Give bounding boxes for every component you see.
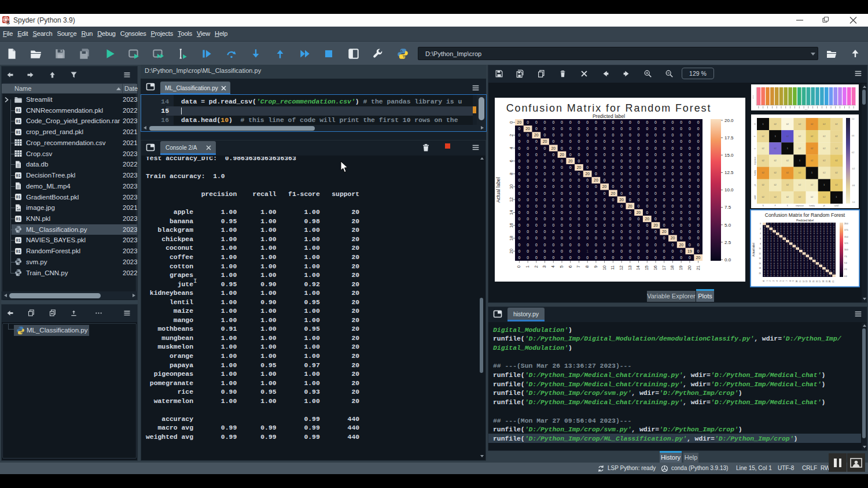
svg-text:0.0: 0.0 bbox=[724, 257, 731, 263]
svg-text:0.2: 0.2 bbox=[762, 160, 764, 162]
svg-text:-0.2: -0.2 bbox=[852, 168, 855, 170]
svg-text:0.2: 0.2 bbox=[786, 135, 789, 138]
svg-text:7.5: 7.5 bbox=[844, 256, 847, 258]
svg-text:0.2: 0.2 bbox=[774, 184, 777, 186]
svg-text:19: 19 bbox=[687, 249, 692, 253]
svg-text:0.2: 0.2 bbox=[774, 123, 777, 125]
svg-text:10.0: 10.0 bbox=[724, 187, 734, 193]
svg-text:0.2: 0.2 bbox=[823, 160, 825, 162]
svg-text:7.5: 7.5 bbox=[724, 205, 731, 210]
svg-text:K: K bbox=[754, 148, 756, 149]
svg-text:0.2: 0.2 bbox=[786, 196, 789, 198]
svg-text:21: 21 bbox=[696, 265, 701, 270]
svg-text:1: 1 bbox=[766, 280, 768, 282]
svg-text:0.6: 0.6 bbox=[852, 135, 855, 137]
svg-text:18: 18 bbox=[670, 265, 675, 270]
svg-text:K: K bbox=[787, 205, 788, 207]
svg-text:01: 01 bbox=[16, 250, 21, 254]
svg-text:20: 20 bbox=[829, 280, 831, 283]
svg-text:0.2: 0.2 bbox=[762, 172, 764, 174]
svg-text:000000000000000000000: 000000000000000000000 bbox=[764, 275, 832, 277]
svg-text:0: 0 bbox=[763, 280, 765, 282]
svg-text:Confusion Matrix for Random Fo: Confusion Matrix for Random Forest bbox=[506, 102, 712, 114]
svg-text:5.0: 5.0 bbox=[844, 262, 847, 264]
svg-text:12: 12 bbox=[619, 265, 624, 270]
svg-text:rainfall: rainfall bbox=[834, 205, 839, 207]
svg-text:2.5: 2.5 bbox=[844, 268, 847, 271]
svg-text:20: 20 bbox=[517, 120, 522, 124]
svg-text:Actual label: Actual label bbox=[752, 243, 755, 256]
svg-text:19: 19 bbox=[826, 280, 828, 283]
svg-text:15: 15 bbox=[644, 265, 649, 270]
svg-text:0: 0 bbox=[516, 265, 521, 268]
svg-text:0.2: 0.2 bbox=[786, 123, 789, 125]
svg-text:20: 20 bbox=[585, 172, 590, 176]
svg-text:15.0: 15.0 bbox=[844, 236, 848, 238]
svg-text:18: 18 bbox=[822, 280, 825, 283]
svg-text:0.2: 0.2 bbox=[774, 160, 777, 162]
svg-text:P: P bbox=[775, 205, 776, 207]
svg-text:N: N bbox=[763, 205, 764, 207]
svg-text:-1.0: -1.0 bbox=[852, 201, 855, 204]
svg-text:temperature: temperature bbox=[754, 156, 756, 165]
svg-text:5: 5 bbox=[779, 280, 782, 282]
svg-text:20.0: 20.0 bbox=[724, 118, 734, 123]
svg-text:0.2: 0.2 bbox=[762, 184, 764, 186]
svg-text:0.2: 0.2 bbox=[774, 196, 777, 198]
svg-text:11: 11 bbox=[610, 265, 615, 270]
svg-text:0.2: 0.2 bbox=[762, 147, 764, 150]
svg-text:20: 20 bbox=[525, 127, 530, 131]
svg-text:count: count bbox=[752, 95, 754, 99]
svg-text:0.2: 0.2 bbox=[852, 151, 855, 154]
svg-text:20: 20 bbox=[637, 210, 641, 215]
svg-text:16: 16 bbox=[816, 280, 818, 283]
svg-text:2: 2 bbox=[760, 228, 761, 230]
svg-text:20: 20 bbox=[560, 153, 564, 157]
svg-text:temperature: temperature bbox=[796, 205, 804, 207]
svg-text:20: 20 bbox=[551, 146, 556, 150]
svg-text:0.2: 0.2 bbox=[799, 123, 801, 125]
svg-text:0.2: 0.2 bbox=[835, 147, 837, 150]
svg-text:7: 7 bbox=[576, 265, 581, 268]
svg-text:20: 20 bbox=[628, 204, 632, 208]
svg-text:P: P bbox=[754, 136, 756, 137]
svg-text:6: 6 bbox=[760, 238, 761, 240]
svg-text:01: 01 bbox=[16, 109, 21, 113]
svg-text:01: 01 bbox=[16, 174, 21, 178]
svg-text:0.2: 0.2 bbox=[811, 184, 813, 186]
svg-text:6: 6 bbox=[568, 265, 573, 268]
svg-text:0.2: 0.2 bbox=[811, 135, 813, 138]
svg-text:4: 4 bbox=[760, 232, 761, 235]
svg-text:01: 01 bbox=[16, 217, 21, 221]
svg-text:9: 9 bbox=[792, 280, 795, 282]
svg-text:0.2: 0.2 bbox=[799, 172, 801, 174]
svg-text:11: 11 bbox=[799, 280, 801, 283]
svg-text:0.2: 0.2 bbox=[799, 196, 801, 198]
svg-text:5: 5 bbox=[559, 265, 564, 268]
svg-text:5.0: 5.0 bbox=[724, 223, 731, 228]
svg-text:2: 2 bbox=[769, 280, 771, 282]
svg-text:10: 10 bbox=[602, 265, 607, 270]
svg-text:20: 20 bbox=[662, 230, 667, 234]
svg-text:17.5: 17.5 bbox=[844, 229, 848, 231]
svg-text:16: 16 bbox=[759, 263, 761, 265]
svg-text:1: 1 bbox=[525, 265, 530, 268]
svg-text:20: 20 bbox=[619, 198, 624, 202]
svg-text:17.5: 17.5 bbox=[724, 135, 734, 141]
svg-text:14: 14 bbox=[759, 257, 761, 260]
svg-text:4: 4 bbox=[550, 265, 556, 268]
svg-text:N: N bbox=[754, 124, 756, 125]
svg-text:8: 8 bbox=[760, 243, 761, 245]
svg-text:01: 01 bbox=[16, 131, 21, 135]
svg-text:0: 0 bbox=[760, 223, 761, 225]
svg-text:20: 20 bbox=[594, 178, 598, 182]
svg-text:0.2: 0.2 bbox=[835, 184, 837, 186]
svg-text:20: 20 bbox=[645, 217, 650, 221]
svg-text:label: label bbox=[804, 109, 808, 110]
svg-text:2.5: 2.5 bbox=[724, 240, 731, 245]
svg-text:0.2: 0.2 bbox=[786, 184, 789, 186]
svg-text:0.2: 0.2 bbox=[823, 172, 825, 174]
svg-text:20: 20 bbox=[568, 159, 573, 163]
svg-text:0.2: 0.2 bbox=[835, 135, 837, 138]
svg-text:0.2: 0.2 bbox=[786, 160, 789, 162]
